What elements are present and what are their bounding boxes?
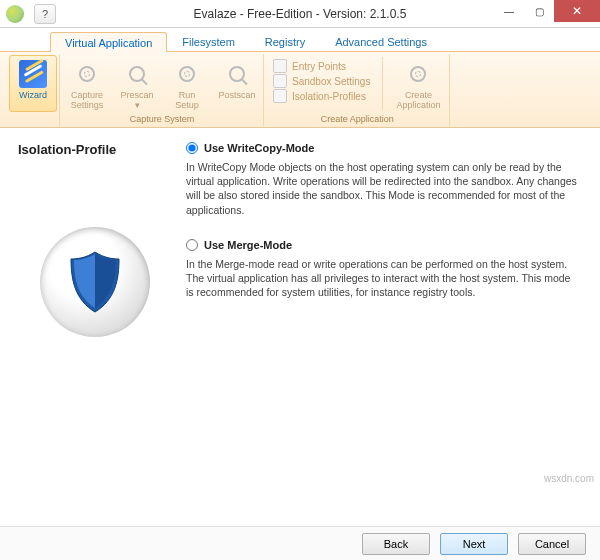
close-icon: ✕: [572, 4, 582, 18]
gear-icon: [79, 66, 95, 82]
content-area: Isolation-Profile Use WriteCopy-Mode In …: [0, 128, 600, 526]
tab-filesystem[interactable]: Filesystem: [167, 31, 250, 51]
run-setup-button[interactable]: Run Setup: [163, 55, 211, 112]
magnifier-icon: [229, 66, 245, 82]
ribbon: Wizard Capture Settings Prescan ▾ Run Se…: [0, 52, 600, 128]
entry-points-icon: [273, 59, 287, 73]
right-column: Use WriteCopy-Mode In WriteCopy Mode obj…: [182, 128, 600, 526]
ribbon-group-wizard: Wizard: [6, 54, 60, 127]
cancel-button[interactable]: Cancel: [518, 533, 586, 555]
prescan-button[interactable]: Prescan ▾: [113, 55, 161, 112]
tab-virtual-application[interactable]: Virtual Application: [50, 32, 167, 52]
next-button[interactable]: Next: [440, 533, 508, 555]
option-writecopy: Use WriteCopy-Mode In WriteCopy Mode obj…: [186, 142, 578, 217]
magnifier-icon: [129, 66, 145, 82]
wand-icon: [19, 60, 47, 88]
tab-advanced-settings[interactable]: Advanced Settings: [320, 31, 442, 51]
maximize-button[interactable]: ▢: [524, 0, 554, 22]
footer: Back Next Cancel: [0, 526, 600, 560]
window-controls: — ▢ ✕: [494, 0, 600, 22]
entry-points-button[interactable]: Entry Points: [273, 59, 370, 73]
ribbon-group-capture: Capture Settings Prescan ▾ Run Setup Pos…: [60, 54, 264, 127]
wizard-button[interactable]: Wizard: [9, 55, 57, 112]
sandbox-settings-button[interactable]: Sandbox Settings: [273, 74, 370, 88]
help-button[interactable]: ?: [34, 4, 56, 24]
create-icon: [410, 66, 426, 82]
label-merge: Use Merge-Mode: [204, 239, 292, 251]
desc-writecopy: In WriteCopy Mode objects on the host op…: [186, 160, 578, 217]
ribbon-group-create: Entry Points Sandbox Settings Isolation-…: [264, 54, 450, 127]
postscan-button[interactable]: Postscan: [213, 55, 261, 112]
radio-merge[interactable]: [186, 239, 198, 251]
section-title: Isolation-Profile: [18, 142, 116, 157]
isolation-icon: [273, 89, 287, 103]
sandbox-icon: [273, 74, 287, 88]
shield-graphic: [40, 227, 150, 337]
help-icon: ?: [42, 8, 48, 20]
radio-writecopy[interactable]: [186, 142, 198, 154]
shield-icon: [68, 250, 122, 314]
maximize-icon: ▢: [535, 6, 544, 17]
tabstrip: Virtual Application Filesystem Registry …: [0, 28, 600, 52]
watermark: wsxdn.com: [544, 473, 594, 484]
ribbon-group-label-capture: Capture System: [63, 112, 261, 126]
app-icon: [6, 5, 24, 23]
tab-registry[interactable]: Registry: [250, 31, 320, 51]
titlebar: ? Evalaze - Free-Edition - Version: 2.1.…: [0, 0, 600, 28]
back-button[interactable]: Back: [362, 533, 430, 555]
option-merge: Use Merge-Mode In the Merge-mode read or…: [186, 239, 578, 300]
desc-merge: In the Merge-mode read or write operatio…: [186, 257, 578, 300]
ribbon-group-label-create: Create Application: [267, 112, 447, 126]
window-title: Evalaze - Free-Edition - Version: 2.1.0.…: [194, 7, 407, 21]
minimize-button[interactable]: —: [494, 0, 524, 22]
minimize-icon: —: [504, 6, 514, 17]
label-writecopy: Use WriteCopy-Mode: [204, 142, 314, 154]
isolation-profiles-button[interactable]: Isolation-Profiles: [273, 89, 370, 103]
left-column: Isolation-Profile: [0, 128, 182, 526]
close-button[interactable]: ✕: [554, 0, 600, 22]
capture-settings-button[interactable]: Capture Settings: [63, 55, 111, 112]
create-application-button[interactable]: Create Application: [389, 55, 447, 112]
gear-icon: [179, 66, 195, 82]
